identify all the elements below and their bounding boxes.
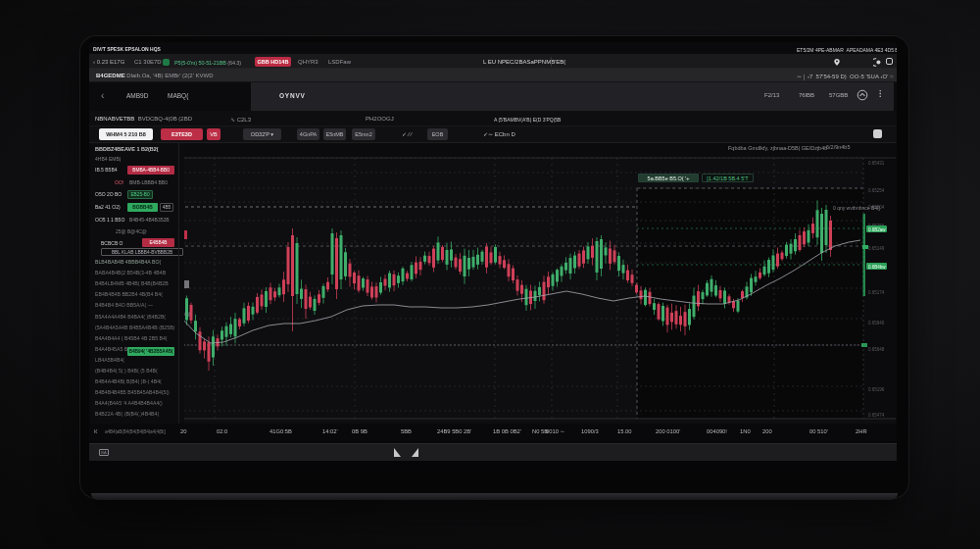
svg-text:0.65254: 0.65254 (868, 188, 885, 193)
svg-text:0.65648: 0.65648 (868, 347, 885, 352)
svg-text:0.65431: 0.65431 (868, 161, 885, 166)
svg-text:0.6B4bw: 0.6B4bw (868, 265, 886, 270)
svg-text:0.65474: 0.65474 (868, 413, 885, 418)
svg-text:0.65174: 0.65174 (868, 290, 885, 295)
svg-text:0.65940: 0.65940 (868, 321, 885, 325)
svg-text:0.65149: 0.65149 (868, 246, 885, 251)
svg-text:0.65196: 0.65196 (868, 387, 885, 392)
svg-text:0.6B2aw: 0.6B2aw (868, 227, 886, 232)
